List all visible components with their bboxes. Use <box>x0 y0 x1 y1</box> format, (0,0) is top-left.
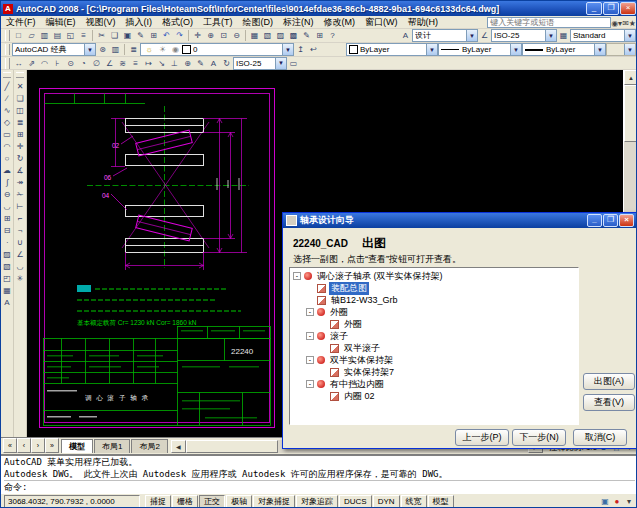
tree-item[interactable]: -调心滚子轴承 (双半实体保持架) <box>290 270 578 282</box>
menu-item[interactable]: 绘图(D) <box>238 17 279 27</box>
open-icon[interactable]: ▱ <box>25 30 38 42</box>
status-menu-icon[interactable]: ▾ <box>623 497 635 506</box>
chevron-down-icon[interactable]: ▼ <box>275 58 286 69</box>
chevron-down-icon[interactable]: ▼ <box>282 44 293 55</box>
toolbar-grip[interactable] <box>16 72 24 78</box>
cancel-button[interactable]: 取消(C) <box>573 429 627 446</box>
workspace-settings-icon[interactable]: ⊛ <box>96 44 109 56</box>
toggle-线宽[interactable]: 线宽 <box>401 495 427 508</box>
tree-item[interactable]: 外圈 <box>290 318 578 330</box>
toggle-DYN[interactable]: DYN <box>373 495 400 508</box>
toggle-正交[interactable]: 正交 <box>199 495 225 508</box>
tree-item[interactable]: -外圈 <box>290 306 578 318</box>
coordinates-display[interactable]: 3068.4032, 790.7932 , 0.0000 <box>4 495 140 508</box>
arc-icon[interactable]: ◠ <box>1 140 13 152</box>
menu-item[interactable]: 标注(N) <box>278 17 319 27</box>
tree-expander-icon[interactable]: - <box>293 272 301 280</box>
insert-block-icon[interactable]: ⊞ <box>1 212 13 224</box>
command-prompt[interactable]: 命令: <box>4 480 635 493</box>
multiline-text-icon[interactable]: A <box>1 296 13 308</box>
dialog-maximize-button[interactable]: ❐ <box>603 214 618 227</box>
chevron-down-icon[interactable]: ▼ <box>594 44 605 55</box>
dim-update-icon[interactable]: ↻ <box>220 57 233 69</box>
tree-item[interactable]: 内圈 02 <box>290 390 578 402</box>
dialog-close-button[interactable]: × <box>619 214 634 227</box>
close-button[interactable]: × <box>620 2 636 15</box>
circle-icon[interactable]: ○ <box>1 152 13 164</box>
menu-item[interactable]: 帮助(H) <box>403 17 444 27</box>
chevron-down-icon[interactable]: ▼ <box>426 44 437 55</box>
trim-icon[interactable]: ✁ <box>14 188 26 200</box>
dim-continue-icon[interactable]: ↦ <box>142 57 155 69</box>
command-window[interactable]: AutoCAD 菜单实用程序已加载。 Autodesk DWG。 此文件上次由 … <box>1 454 637 493</box>
text-style-combo[interactable]: 设计 ▼ <box>412 29 478 42</box>
toolbar-grip[interactable] <box>5 30 10 41</box>
next-step-button[interactable]: 下一步(N) <box>512 429 566 446</box>
tree-item[interactable]: 装配总图 <box>290 282 578 294</box>
chevron-down-icon[interactable]: ▼ <box>545 30 556 41</box>
zoom-realtime-icon[interactable]: ⊕ <box>204 30 217 42</box>
dialog-title-bar[interactable]: 轴承设计向导 _ ❐ × <box>283 213 637 228</box>
center-mark-icon[interactable]: ⊕ <box>181 57 194 69</box>
make-block-icon[interactable]: ⊟ <box>1 224 13 236</box>
toolbar-grip[interactable] <box>5 58 10 69</box>
table-style-combo[interactable]: Standard ▼ <box>570 29 636 42</box>
redo-icon[interactable]: ↷ <box>173 30 186 42</box>
dim-radius-icon[interactable]: ⊙ <box>64 57 77 69</box>
toolbar-grip[interactable] <box>3 72 11 78</box>
text-style-icon[interactable]: A <box>399 30 412 42</box>
dim-edit-icon[interactable]: ✎ <box>194 57 207 69</box>
plot-icon[interactable]: ▤ <box>51 30 64 42</box>
menu-item[interactable]: 文件(F) <box>1 17 41 27</box>
toolbar-grip[interactable] <box>5 44 10 55</box>
toggle-极轴[interactable]: 极轴 <box>226 495 252 508</box>
mirror-icon[interactable]: ◫ <box>14 104 26 116</box>
gradient-icon[interactable]: ▧ <box>1 260 13 272</box>
zoom-window-icon[interactable]: ⊡ <box>217 30 230 42</box>
match-properties-icon[interactable]: ✎ <box>134 30 147 42</box>
toggle-栅格[interactable]: 栅格 <box>172 495 198 508</box>
tree-item[interactable]: -有中挡边内圈 <box>290 378 578 390</box>
point-icon[interactable]: ∙ <box>1 236 13 248</box>
move-icon[interactable]: ✛ <box>14 140 26 152</box>
construction-line-icon[interactable]: ∕ <box>1 92 13 104</box>
menu-item[interactable]: 修改(M) <box>319 17 361 27</box>
undo-icon[interactable]: ↶ <box>160 30 173 42</box>
hatch-icon[interactable]: ▨ <box>1 248 13 260</box>
cut-icon[interactable]: ✂ <box>95 30 108 42</box>
break-at-point-icon[interactable]: ⌐ <box>14 212 26 224</box>
tree-item[interactable]: 轴B12-W33_Grb <box>290 294 578 306</box>
dim-ordinate-icon[interactable]: ⊦ <box>51 57 64 69</box>
tree-item[interactable]: -双半实体保持架 <box>290 354 578 366</box>
polygon-icon[interactable]: ◇ <box>1 116 13 128</box>
tolerance-icon[interactable]: ⊥ <box>168 57 181 69</box>
dim-text-edit-icon[interactable]: A <box>207 57 220 69</box>
tree-expander-icon[interactable]: - <box>306 356 314 364</box>
menu-item[interactable]: 视图(V) <box>81 17 121 27</box>
properties-icon[interactable]: ▦ <box>248 30 261 42</box>
workspace-combo[interactable]: AutoCAD 经典 ▼ <box>12 43 96 56</box>
toggle-对象捕捉[interactable]: 对象捕捉 <box>253 495 295 508</box>
toggle-模型[interactable]: 模型 <box>428 495 454 508</box>
menu-item[interactable]: 编辑(E) <box>41 17 81 27</box>
copy-object-icon[interactable]: ❏ <box>14 92 26 104</box>
toggle-对象追踪[interactable]: 对象追踪 <box>296 495 338 508</box>
communication-center-icon[interactable]: ✉ <box>622 19 629 28</box>
plot-button[interactable]: 出图(A) <box>583 373 635 390</box>
favorites-icon[interactable]: ★ <box>629 19 636 28</box>
tab-布局1[interactable]: 布局1 <box>94 439 130 453</box>
layer-properties-manager-icon[interactable]: ≣ <box>127 44 140 56</box>
new-icon[interactable]: □ <box>12 30 25 42</box>
dim-current-style-combo[interactable]: ISO-25 ▼ <box>233 57 287 70</box>
block-editor-icon[interactable]: ⊞ <box>147 30 160 42</box>
drawing-tree[interactable]: -调心滚子轴承 (双半实体保持架)装配总图轴B12-W33_Grb-外圈外圈-滚… <box>289 267 579 425</box>
zoom-previous-icon[interactable]: ⊖ <box>230 30 243 42</box>
tree-item[interactable]: 双半滚子 <box>290 342 578 354</box>
tree-expander-icon[interactable]: - <box>306 308 314 316</box>
tab-模型[interactable]: 模型 <box>61 439 93 453</box>
make-object-layer-current-icon[interactable]: ↥ <box>294 44 307 56</box>
array-icon[interactable]: ⊞ <box>14 128 26 140</box>
region-icon[interactable]: ◰ <box>1 272 13 284</box>
menu-item[interactable]: 工具(T) <box>198 17 238 27</box>
chevron-down-icon[interactable]: ▼ <box>84 44 95 55</box>
